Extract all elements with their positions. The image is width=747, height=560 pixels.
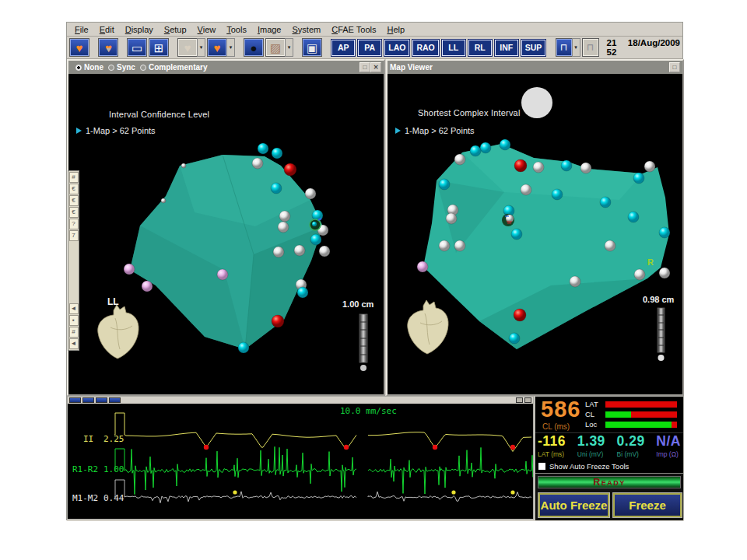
snapshot-button[interactable]: ▣ xyxy=(302,38,322,57)
orientation-button-lao[interactable]: LAO xyxy=(384,40,409,56)
mini-tool-button-1[interactable]: € xyxy=(69,184,79,194)
heart-model-menu-button-dropdown[interactable]: ▾ xyxy=(197,38,205,57)
heart-view-menu-button-dropdown[interactable]: ▾ xyxy=(226,38,235,57)
map-point-wh[interactable] xyxy=(279,211,290,222)
map-point-pk[interactable] xyxy=(124,264,135,275)
map-canvas-right[interactable]: R xyxy=(388,74,682,394)
auto-freeze-button[interactable]: Auto Freeze xyxy=(538,492,610,518)
map-point-cy[interactable] xyxy=(272,148,282,159)
menu-item-view[interactable]: View xyxy=(192,24,222,35)
study-heart-button[interactable]: ♥ xyxy=(69,38,89,57)
menu-item-help[interactable]: Help xyxy=(381,24,410,35)
radio-complementary[interactable] xyxy=(140,65,146,71)
mini-tool-button-3[interactable]: € xyxy=(69,207,79,218)
mini-tool-button-b0[interactable]: ◄ xyxy=(69,303,79,314)
orientation-button-inf[interactable]: INF xyxy=(495,40,518,56)
map-point-wh[interactable] xyxy=(644,161,655,172)
map-points-label-left[interactable]: 1-Map > 62 Points xyxy=(76,126,156,135)
map-point-cy[interactable] xyxy=(600,197,611,208)
map-point-wh[interactable] xyxy=(446,213,457,224)
map-point-wh[interactable] xyxy=(605,240,615,251)
ecg-window-button[interactable] xyxy=(516,397,523,403)
map-point-pk[interactable] xyxy=(217,269,228,280)
map-point-rd[interactable] xyxy=(284,163,296,176)
map-point-cy[interactable] xyxy=(271,183,282,194)
dual-heart-button[interactable]: ♥♥ xyxy=(98,38,118,57)
map-point-rd[interactable] xyxy=(514,159,527,172)
menu-item-cfae-tools[interactable]: CFAE Tools xyxy=(326,24,381,35)
signal-tool-button[interactable]: ⊓ xyxy=(582,38,599,57)
heart-view-menu-button[interactable]: ♥ xyxy=(207,38,227,57)
map-point-pk[interactable] xyxy=(142,281,153,292)
catheter-sphere-button[interactable]: ● xyxy=(244,38,264,57)
radio-sync[interactable] xyxy=(108,65,114,71)
map-point-wh[interactable] xyxy=(252,158,263,169)
signal-step-menu-button-dropdown[interactable]: ▾ xyxy=(572,38,580,57)
image-menu-button-dropdown[interactable]: ▾ xyxy=(285,38,293,57)
map-point-wh[interactable] xyxy=(278,222,289,233)
map-point-rd[interactable] xyxy=(514,309,526,321)
ecg-toolbar-button[interactable] xyxy=(82,397,94,403)
orientation-button-sup[interactable]: SUP xyxy=(521,40,546,56)
map-point-cy[interactable] xyxy=(552,189,563,200)
map-point-wh[interactable] xyxy=(454,240,465,251)
map-point-wh[interactable] xyxy=(634,269,645,280)
map-point-wh[interactable] xyxy=(570,276,580,287)
map-canvas-left[interactable] xyxy=(68,74,384,394)
map-point-cy[interactable] xyxy=(628,212,639,222)
map-point-wh[interactable] xyxy=(294,245,305,256)
map-point-rd[interactable] xyxy=(272,315,284,327)
ecg-toolbar-button[interactable] xyxy=(69,397,81,403)
orientation-button-ap[interactable]: AP xyxy=(331,40,355,56)
map-point-cy[interactable] xyxy=(509,333,520,344)
map-point-cy[interactable] xyxy=(310,234,321,245)
map-point-cy[interactable] xyxy=(633,173,644,184)
map-point-wh[interactable] xyxy=(181,163,186,168)
map-point-cy[interactable] xyxy=(659,227,670,238)
map-point-wh[interactable] xyxy=(305,188,316,199)
map-point-wh[interactable] xyxy=(439,240,450,251)
image-menu-button[interactable]: ▨ xyxy=(265,38,286,57)
map-point-cy[interactable] xyxy=(561,160,572,171)
map-points-label-right[interactable]: 1-Map > 62 Points xyxy=(395,126,475,135)
mini-tool-button-0[interactable]: # xyxy=(69,172,79,183)
mini-tool-button-b2[interactable]: # xyxy=(69,327,79,338)
map-point-wh[interactable] xyxy=(161,198,166,203)
menu-item-display[interactable]: Display xyxy=(120,24,159,35)
map-point-cy[interactable] xyxy=(238,342,249,353)
layout-single-button[interactable]: ▭ xyxy=(127,38,147,57)
map-point-cy[interactable] xyxy=(258,143,268,154)
mini-tool-button-5[interactable]: 7 xyxy=(69,230,79,241)
mini-tool-button-4[interactable]: ? xyxy=(69,219,79,229)
menu-item-edit[interactable]: Edit xyxy=(94,24,120,35)
map-point-cy[interactable] xyxy=(439,179,450,190)
menu-item-system[interactable]: System xyxy=(287,24,327,35)
map-point-pk[interactable] xyxy=(417,261,428,272)
mini-tool-button-b3[interactable]: ◄ xyxy=(69,338,79,349)
map-point-wh[interactable] xyxy=(580,163,591,173)
show-auto-freeze-checkbox[interactable] xyxy=(538,463,545,470)
ecg-window-button[interactable] xyxy=(524,397,531,403)
orientation-button-pa[interactable]: PA xyxy=(358,40,381,56)
ecg-toolbar-button[interactable] xyxy=(96,397,107,403)
close-window-button[interactable]: ✕ xyxy=(370,62,381,72)
map-point-cy[interactable] xyxy=(470,145,481,156)
map-point-cy[interactable] xyxy=(480,142,491,153)
map-point-cy[interactable] xyxy=(511,229,522,240)
menu-item-file[interactable]: File xyxy=(69,24,94,35)
orientation-button-rao[interactable]: RAO xyxy=(412,40,438,56)
map-point-cy[interactable] xyxy=(297,287,308,298)
layout-multi-button[interactable]: ⊞ xyxy=(149,38,169,57)
ecg-toolbar-button[interactable] xyxy=(109,397,121,403)
orientation-button-ll[interactable]: LL xyxy=(442,40,465,56)
mini-tool-button-b1[interactable]: ▪ xyxy=(69,315,79,326)
map-point-wh[interactable] xyxy=(273,247,284,257)
signal-step-menu-button[interactable]: ⊓ xyxy=(556,38,573,57)
freeze-button[interactable]: Freeze xyxy=(612,492,682,518)
map-point-wh[interactable] xyxy=(659,268,670,278)
map-point-wh[interactable] xyxy=(319,246,330,257)
right-window-titlebar[interactable]: Map Viewer □ xyxy=(388,61,682,74)
map-point-wh[interactable] xyxy=(521,184,531,195)
map-point-wh[interactable] xyxy=(533,162,544,173)
orientation-button-rl[interactable]: RL xyxy=(468,40,492,56)
